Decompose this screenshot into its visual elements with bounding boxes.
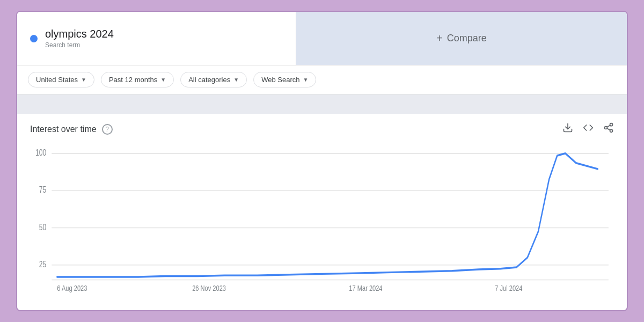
compare-label: + Compare — [436, 32, 487, 45]
chart-title-area: Interest over time ? — [30, 124, 113, 135]
y-label-50: 50 — [39, 222, 46, 232]
chart-section: Interest over time ? — [17, 114, 627, 310]
y-label-75: 75 — [39, 185, 46, 194]
filter-searchtype-arrow: ▼ — [303, 77, 308, 83]
trend-line — [57, 153, 597, 277]
search-term-box: olympics 2024 Search term — [17, 12, 296, 65]
chart-header: Interest over time ? — [30, 122, 614, 136]
download-icon[interactable] — [562, 122, 573, 136]
svg-line-4 — [607, 128, 610, 130]
filter-timerange[interactable]: Past 12 months ▼ — [101, 72, 174, 87]
x-label-aug2023: 6 Aug 2023 — [57, 284, 87, 293]
search-term-title: olympics 2024 — [45, 28, 114, 40]
search-term-text: olympics 2024 Search term — [45, 28, 114, 49]
embed-code-icon[interactable] — [583, 122, 594, 136]
x-label-nov2023: 26 Nov 2023 — [192, 284, 226, 293]
trend-chart-svg: 100 75 50 25 6 Aug 2023 26 Nov 2023 17 M… — [30, 142, 614, 306]
filter-timerange-arrow: ▼ — [160, 77, 166, 83]
svg-line-5 — [607, 125, 610, 127]
filter-row: United States ▼ Past 12 months ▼ All cat… — [17, 65, 627, 94]
search-dot — [30, 35, 38, 42]
compare-box[interactable]: + Compare — [296, 12, 627, 65]
help-icon[interactable]: ? — [102, 124, 113, 135]
filter-location-label: United States — [36, 76, 78, 84]
filter-category-arrow: ▼ — [233, 77, 239, 83]
filter-category[interactable]: All categories ▼ — [180, 72, 247, 87]
filter-searchtype[interactable]: Web Search ▼ — [253, 72, 316, 87]
top-row: olympics 2024 Search term + Compare — [17, 12, 627, 65]
compare-plus-icon: + — [436, 32, 443, 45]
chart-actions — [562, 122, 614, 136]
filter-category-label: All categories — [188, 76, 230, 84]
filter-location[interactable]: United States ▼ — [28, 72, 94, 87]
chart-title: Interest over time — [30, 125, 97, 134]
filter-timerange-label: Past 12 months — [109, 76, 157, 84]
y-label-100: 100 — [35, 148, 46, 157]
filter-location-arrow: ▼ — [81, 77, 86, 83]
filter-searchtype-label: Web Search — [261, 76, 299, 84]
grey-band — [17, 94, 627, 114]
main-container: olympics 2024 Search term + Compare Unit… — [16, 11, 628, 311]
search-term-sub: Search term — [45, 41, 114, 49]
share-icon[interactable] — [603, 122, 614, 136]
chart-container: 100 75 50 25 6 Aug 2023 26 Nov 2023 17 M… — [30, 142, 614, 306]
help-icon-label: ? — [105, 126, 109, 133]
x-label-mar2024: 17 Mar 2024 — [349, 284, 383, 293]
y-label-25: 25 — [39, 259, 46, 269]
x-label-jul2024: 7 Jul 2024 — [495, 284, 523, 293]
compare-text: Compare — [447, 33, 487, 44]
